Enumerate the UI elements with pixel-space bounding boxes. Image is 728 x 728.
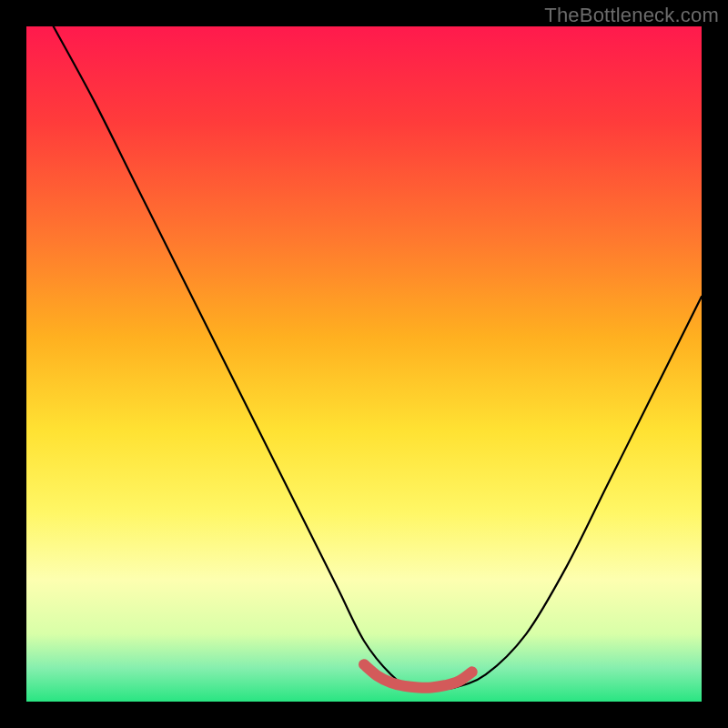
bottleneck-curve — [54, 26, 702, 689]
chart-frame: TheBottleneck.com — [0, 0, 728, 728]
curve-svg — [26, 26, 702, 702]
plot-area — [26, 26, 702, 702]
optimal-zone — [364, 664, 472, 687]
watermark-text: TheBottleneck.com — [544, 4, 719, 27]
